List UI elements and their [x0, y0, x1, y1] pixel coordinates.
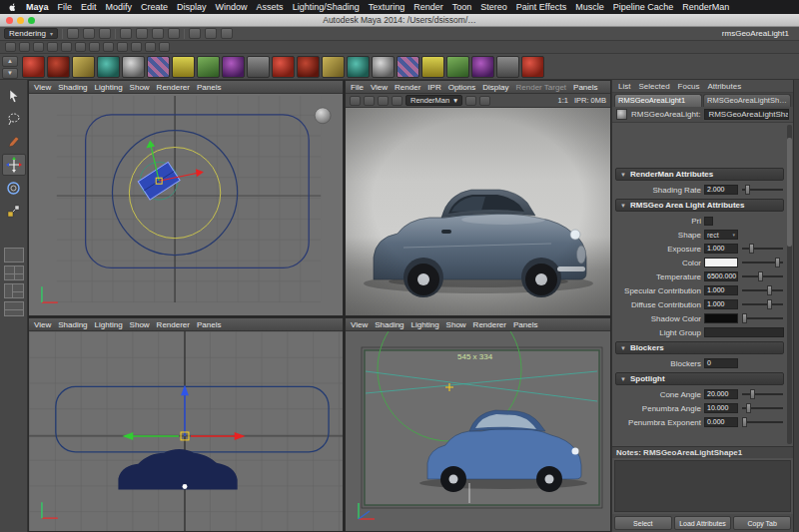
rv-menu-options[interactable]: Options [448, 83, 476, 92]
shape-dropdown[interactable]: rect ▾ [704, 230, 738, 240]
vp-menu-panels[interactable]: Panels [197, 83, 221, 92]
menubar-item-create[interactable]: Create [141, 2, 168, 12]
shelf-icon[interactable] [446, 56, 469, 78]
shelf-icon[interactable] [172, 56, 195, 78]
shelf-icon[interactable] [72, 56, 95, 78]
specular-contribution-field[interactable]: 1.000 [704, 285, 738, 295]
menubar-item-pipeline-cache[interactable]: Pipeline Cache [613, 2, 674, 12]
menubar-item-file[interactable]: File [58, 2, 73, 12]
ae-tab-light-shape[interactable]: RMSGeoAreaLightShape1 [703, 94, 791, 107]
shelf-icon[interactable] [297, 56, 320, 78]
shelf-tab-down-icon[interactable]: ▼ [2, 68, 18, 79]
scale-tool-button[interactable] [2, 200, 26, 222]
vp-menu-shading[interactable]: Shading [58, 83, 87, 92]
new-scene-button[interactable] [67, 28, 79, 39]
shelf-icon[interactable] [421, 56, 444, 78]
shelf-icon[interactable] [97, 56, 120, 78]
menubar-item-window[interactable]: Window [216, 2, 248, 12]
shelf-tab-switcher[interactable]: ▲ ▼ [2, 56, 18, 78]
shelf-icon[interactable] [47, 56, 70, 78]
color-swatch[interactable] [704, 258, 738, 267]
paint-select-tool-button[interactable] [2, 131, 26, 153]
render-settings-button[interactable] [221, 28, 233, 39]
snap-point-button[interactable] [168, 28, 180, 39]
vp-menu-panels[interactable]: Panels [197, 320, 221, 329]
menubar-item-render[interactable]: Render [413, 2, 443, 12]
renderer-select[interactable]: RenderMan ▾ [405, 95, 462, 106]
vp-menu-shading[interactable]: Shading [58, 320, 87, 329]
display-rgb-button[interactable] [465, 96, 476, 106]
exposure-field[interactable]: 1.000 [704, 244, 738, 254]
ae-menu-list[interactable]: List [618, 82, 630, 91]
shading-rate-field[interactable]: 2.000 [704, 185, 738, 195]
ae-tab-light[interactable]: RMSGeoAreaLight1 [614, 94, 702, 107]
vp-menu-renderer[interactable]: Renderer [157, 83, 190, 92]
menubar-item-maya[interactable]: Maya [26, 2, 49, 12]
render-current-frame-button[interactable] [189, 28, 201, 39]
layout-four-pane-button[interactable] [4, 266, 24, 280]
cone-angle-field[interactable]: 20.000 [704, 389, 738, 399]
section-area-light-attributes[interactable]: ▼ RMSGeo Area Light Attributes [615, 199, 784, 212]
zoom-button[interactable] [28, 17, 35, 24]
layout-two-pane-button[interactable] [4, 301, 24, 316]
shelf-icon[interactable] [347, 56, 370, 78]
menubar-item-stereo[interactable]: Stereo [480, 2, 507, 12]
display-alpha-button[interactable] [479, 96, 490, 106]
apple-icon[interactable] [8, 3, 17, 12]
sidebar-collapse-strip[interactable] [793, 80, 799, 532]
viewport-persp-canvas[interactable]: 545 x 334 [346, 331, 610, 531]
rv-menu-ipr[interactable]: IPR [427, 83, 440, 92]
rv-menu-panels[interactable]: Panels [573, 83, 597, 92]
shelf-icon[interactable] [222, 56, 245, 78]
menubar-item-toon[interactable]: Toon [452, 2, 472, 12]
shadow-color-slider[interactable] [741, 313, 784, 323]
vp-menu-shading[interactable]: Shading [375, 320, 403, 329]
cone-angle-slider[interactable] [741, 389, 784, 399]
ipr-render-button[interactable] [205, 28, 217, 39]
penumbra-exponent-field[interactable]: 0.000 [704, 417, 738, 427]
redo-render-button[interactable] [350, 96, 361, 106]
menubar-item-assets[interactable]: Assets [257, 2, 284, 12]
node-name-field[interactable]: RMSGeoAreaLightShape1 [704, 109, 789, 120]
shadow-color-swatch[interactable] [704, 313, 738, 323]
vp-menu-view[interactable]: View [34, 83, 51, 92]
open-scene-button[interactable] [83, 28, 95, 39]
move-tool-button[interactable] [2, 154, 26, 176]
toolbar-button[interactable] [75, 42, 86, 52]
menu-set-select[interactable]: Rendering ▾ [4, 28, 58, 39]
render-view-canvas[interactable] [346, 108, 610, 315]
shelf-icon[interactable] [272, 56, 295, 78]
light-position-dot[interactable] [183, 484, 188, 489]
toolbar-button[interactable] [33, 42, 44, 52]
vp-menu-lighting[interactable]: Lighting [95, 83, 123, 92]
toolbar-button[interactable] [117, 42, 128, 52]
sphere-object[interactable] [315, 108, 331, 124]
shelf-icon[interactable] [197, 56, 220, 78]
copy-tab-button[interactable]: Copy Tab [733, 516, 791, 530]
snap-grid-button[interactable] [136, 28, 148, 39]
snap-curve-button[interactable] [152, 28, 164, 39]
minimize-button[interactable] [17, 17, 24, 24]
rv-menu-display[interactable]: Display [482, 83, 508, 92]
menubar-item-renderman[interactable]: RenderMan [682, 2, 729, 12]
shelf-icon[interactable] [521, 56, 544, 78]
temperature-field[interactable]: 6500.000 [704, 271, 738, 281]
rotate-tool-button[interactable] [2, 177, 26, 199]
ae-menu-selected[interactable]: Selected [638, 82, 669, 91]
render-region-button[interactable] [364, 96, 375, 106]
shelf-icon[interactable] [496, 56, 519, 78]
shading-rate-slider[interactable] [741, 185, 784, 195]
menubar-item-modify[interactable]: Modify [106, 2, 133, 12]
shelf-icon[interactable] [397, 56, 419, 78]
color-slider[interactable] [741, 258, 784, 267]
toolbar-button[interactable] [145, 42, 156, 52]
exposure-slider[interactable] [741, 244, 784, 254]
select-button[interactable]: Select [614, 516, 672, 530]
toolbar-button[interactable] [19, 42, 30, 52]
close-button[interactable] [6, 17, 13, 24]
menubar-item-muscle[interactable]: Muscle [575, 2, 604, 12]
shelf-tab-up-icon[interactable]: ▲ [2, 56, 18, 67]
selection-field[interactable]: rmsGeoAreaLight1 [722, 29, 795, 38]
vp-menu-show[interactable]: Show [446, 320, 466, 329]
shelf-icon[interactable] [22, 56, 45, 78]
